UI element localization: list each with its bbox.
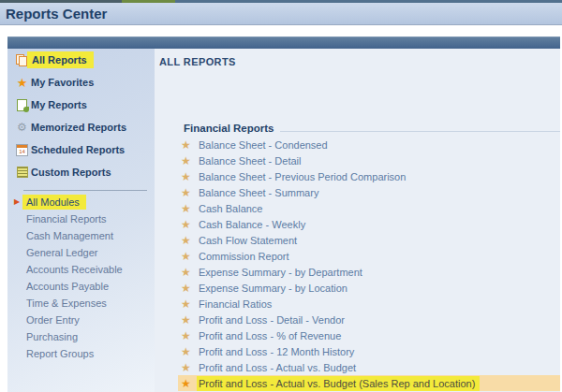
sidebar-item-label: My Reports — [31, 99, 87, 110]
memorized-gear-icon: ⚙ — [17, 122, 27, 133]
sidebar-module-label: Financial Reports — [26, 213, 107, 225]
favorite-star-icon[interactable]: ★ — [181, 251, 192, 262]
report-row: ★ Balance Sheet - Summary — [178, 184, 560, 200]
favorite-star-icon[interactable]: ★ — [181, 378, 192, 389]
sidebar-item-label: My Favorites — [31, 77, 94, 88]
report-row: ★ Profit and Loss - % of Revenue — [178, 327, 560, 343]
favorite-star-icon[interactable]: ★ — [181, 346, 192, 357]
sidebar-module-nav: ▶ All Modules ▶ Financial Reports ▶ Cash… — [7, 194, 155, 362]
sidebar-item-label: All Reports — [27, 51, 94, 68]
report-link[interactable]: Balance Sheet - Condensed — [199, 139, 328, 151]
report-list: ★ Balance Sheet - Condensed ★ Balance Sh… — [178, 87, 560, 392]
report-link[interactable]: Commission Report — [199, 251, 289, 262]
reports-center-window: Reports Center All Reports ★ My Favorite… — [0, 0, 562, 392]
favorites-star-icon: ★ — [17, 77, 28, 89]
sidebar-item-label: Scheduled Reports — [31, 144, 125, 155]
favorite-star-icon[interactable]: ★ — [181, 314, 192, 326]
sidebar-module-all-modules[interactable]: ▶ All Modules — [7, 194, 155, 211]
sidebar-item-custom-reports[interactable]: Custom Reports — [7, 161, 155, 183]
report-link[interactable]: Profit and Loss - 12 Month History — [199, 346, 354, 357]
sidebar-item-scheduled-reports[interactable]: Scheduled Reports — [7, 138, 155, 161]
favorite-star-icon[interactable]: ★ — [181, 235, 192, 246]
sidebar-item-label: Memorized Reports — [31, 122, 126, 133]
sidebar-module-time-expenses[interactable]: ▶ Time & Expenses — [7, 295, 155, 312]
favorite-star-icon[interactable]: ★ — [181, 362, 192, 373]
sidebar-module-accounts-payable[interactable]: ▶ Accounts Payable — [7, 278, 155, 295]
sidebar-module-label: Accounts Payable — [26, 281, 109, 292]
report-link[interactable]: Profit and Loss - Detail - Vendor — [199, 314, 345, 326]
favorite-star-icon[interactable]: ★ — [181, 219, 192, 230]
sidebar-module-label: Cash Management — [26, 230, 113, 241]
sidebar: All Reports ★ My Favorites My Reports ⚙ … — [7, 49, 155, 392]
sidebar-module-general-ledger[interactable]: ▶ General Ledger — [7, 244, 155, 261]
content-header-bar — [7, 36, 560, 50]
sidebar-module-label: Order Entry — [26, 314, 80, 326]
report-row: ★ Cash Flow Statement — [178, 232, 560, 248]
sidebar-module-financial-reports[interactable]: ▶ Financial Reports — [7, 211, 155, 227]
favorite-star-icon[interactable]: ★ — [181, 330, 192, 341]
page-title: Reports Center — [0, 3, 562, 24]
report-link[interactable]: Balance Sheet - Detail — [199, 155, 301, 167]
report-link[interactable]: Expense Summary - by Department — [199, 267, 362, 278]
all-reports-pages-icon — [16, 54, 28, 66]
custom-reports-list-icon — [17, 167, 28, 178]
my-reports-document-icon — [17, 99, 27, 111]
report-row: ★ Cash Balance — [178, 200, 560, 216]
sidebar-module-label: Time & Expenses — [26, 298, 107, 309]
sidebar-module-label: Accounts Receivable — [26, 264, 123, 275]
sidebar-module-label: General Ledger — [26, 247, 97, 258]
sidebar-item-memorized-reports[interactable]: ⚙ Memorized Reports — [7, 116, 155, 138]
sidebar-item-my-reports[interactable]: My Reports — [7, 94, 155, 116]
report-link[interactable]: Expense Summary - by Location — [199, 283, 348, 294]
sidebar-module-accounts-receivable[interactable]: ▶ Accounts Receivable — [7, 261, 155, 278]
report-row: ★ Expense Summary - by Department — [178, 264, 560, 280]
scheduled-calendar-icon — [16, 144, 28, 156]
sidebar-item-all-reports[interactable]: All Reports — [7, 49, 155, 71]
favorite-star-icon[interactable]: ★ — [181, 298, 192, 310]
report-link[interactable]: Profit and Loss - % of Revenue — [199, 330, 341, 341]
favorite-star-icon[interactable]: ★ — [181, 283, 192, 294]
sidebar-module-report-groups[interactable]: ▶ Report Groups — [7, 345, 155, 362]
page-header: Reports Center — [0, 3, 562, 25]
sidebar-main-nav: All Reports ★ My Favorites My Reports ⚙ … — [7, 49, 155, 183]
report-row: ★ Expense Summary - by Location — [178, 280, 560, 296]
sidebar-module-label: Report Groups — [26, 348, 94, 359]
report-link[interactable]: Financial Ratios — [199, 298, 272, 310]
report-link[interactable]: Profit and Loss - Actual vs. Budget — [199, 362, 356, 373]
favorite-star-icon[interactable]: ★ — [181, 155, 192, 167]
content-heading: ALL REPORTS — [159, 56, 236, 67]
report-row: ★ Profit and Loss - Actual vs. Budget — [178, 359, 560, 375]
report-row: ★ Balance Sheet - Condensed — [178, 137, 560, 152]
report-row: ★ Financial Ratios — [178, 296, 560, 312]
report-row: ★ Profit and Loss - 12 Month History — [178, 343, 560, 359]
sidebar-module-label: Purchasing — [26, 331, 78, 342]
report-row: ★ Balance Sheet - Detail — [178, 152, 560, 168]
report-link[interactable]: Balance Sheet - Summary — [199, 187, 318, 198]
report-row: ★ Profit and Loss - Detail - Vendor — [178, 312, 560, 327]
report-link[interactable]: Profit and Loss - Actual vs. Budget (Sal… — [197, 376, 480, 391]
favorite-star-icon[interactable]: ★ — [181, 171, 192, 182]
sidebar-module-label: All Modules — [22, 195, 86, 210]
report-link[interactable]: Cash Balance - Weekly — [199, 219, 305, 230]
sidebar-item-label: Custom Reports — [31, 167, 111, 178]
report-link[interactable]: Cash Flow Statement — [199, 235, 297, 246]
report-row: ★ Cash Balance - Weekly — [178, 216, 560, 232]
favorite-star-icon[interactable]: ★ — [181, 203, 192, 214]
favorite-star-icon[interactable]: ★ — [181, 187, 192, 198]
favorite-star-icon[interactable]: ★ — [181, 267, 192, 278]
sidebar-divider — [23, 190, 147, 191]
selected-arrow-icon: ▶ — [14, 197, 20, 207]
favorite-star-icon[interactable]: ★ — [181, 139, 192, 151]
report-row: ★ Profit and Loss - Actual vs. Budget (S… — [178, 375, 560, 391]
report-link[interactable]: Balance Sheet - Previous Period Comparis… — [199, 171, 406, 182]
sidebar-item-my-favorites[interactable]: ★ My Favorites — [7, 71, 155, 94]
report-row: ★ Commission Report — [178, 248, 560, 264]
sidebar-module-purchasing[interactable]: ▶ Purchasing — [7, 328, 155, 345]
sidebar-module-order-entry[interactable]: ▶ Order Entry — [7, 312, 155, 328]
report-row: ★ Balance Sheet - Previous Period Compar… — [178, 168, 560, 184]
main-content: ALL REPORTS Financial Reports ★ Balance … — [155, 49, 560, 392]
sidebar-module-cash-management[interactable]: ▶ Cash Management — [7, 227, 155, 244]
report-link[interactable]: Cash Balance — [199, 203, 263, 214]
